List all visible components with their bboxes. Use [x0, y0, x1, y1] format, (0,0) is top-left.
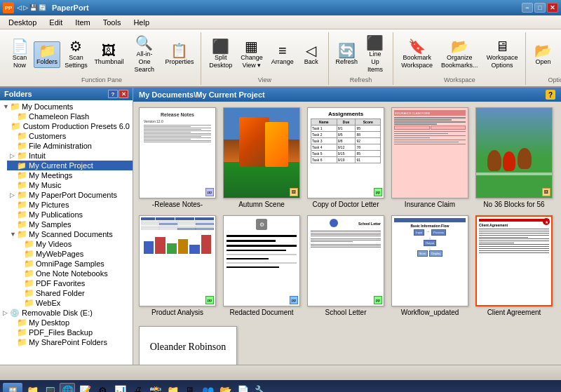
maximize-button[interactable]: □	[534, 3, 546, 13]
tree-item-omnipage[interactable]: 📁 OmniPage Samples	[14, 259, 133, 269]
tree-item-videos[interactable]: 📁 My Videos	[14, 239, 133, 249]
taskbar-word-icon[interactable]: 📝	[77, 383, 93, 392]
line-up-button[interactable]: ⬛ Line UpItems	[362, 34, 389, 75]
tree-item-webpages[interactable]: 📁 MyWebPages	[14, 249, 133, 259]
tree-item-shared[interactable]: 📁 Shared Folder	[14, 288, 133, 298]
taskbar-ftp-icon[interactable]: 📁	[165, 383, 180, 392]
folders-button[interactable]: 📁 Folders	[34, 41, 60, 68]
change-view-button[interactable]: ▦ ChangeView ▾	[237, 37, 266, 72]
refresh-button[interactable]: 🔄 Refresh	[333, 41, 360, 68]
tree-toggle[interactable]: ▼	[10, 231, 17, 238]
tree-item-current-project[interactable]: 📁 My Current Project	[7, 161, 133, 170]
tree-item-pictures[interactable]: 📁 My Pictures	[7, 200, 133, 210]
bookmark-button[interactable]: 🔖 BookmarkWorkspace	[398, 37, 436, 72]
tree-item-customers[interactable]: 📁 Customers	[7, 131, 133, 141]
menu-item[interactable]: Item	[69, 17, 95, 28]
thumbnail-football[interactable]: 🖼 No 36 Blocks for 56	[475, 107, 553, 208]
minimize-button[interactable]: −	[522, 3, 533, 13]
tree-item-scanned-docs[interactable]: ▼ 📁 My Scanned Documents	[7, 229, 133, 239]
folders-close-btn[interactable]: ✕	[119, 90, 128, 98]
drive-icon: 💿	[10, 309, 20, 317]
taskbar-photo-icon[interactable]: 📸	[147, 383, 163, 392]
tree-item-pdf-favorites[interactable]: 📁 PDF Favorites	[14, 278, 133, 288]
folders-question-btn[interactable]: ?	[108, 90, 118, 98]
content-help-button[interactable]: ?	[546, 90, 555, 100]
properties-button[interactable]: 📋 Properties	[163, 41, 197, 68]
desktop-options-button[interactable]: 🖥 DesktopOptions	[557, 37, 561, 72]
arrange-button[interactable]: ≡ Arrange	[268, 41, 297, 68]
thumbnail-release-notes[interactable]: Release Notes Version 12.0	[139, 107, 216, 208]
tree-item-sharepoint[interactable]: 📁 My SharePoint Folders	[7, 337, 133, 347]
taskbar-users-icon[interactable]: 👥	[200, 383, 215, 392]
menu-help[interactable]: Help	[128, 17, 155, 28]
taskbar-print-icon[interactable]: 🖨	[130, 383, 145, 392]
taskbar-browser-icon[interactable]: 🌐	[60, 383, 75, 392]
tree-label: Intuit	[29, 151, 46, 160]
thumbnail-redacted[interactable]: ⚙	[223, 215, 300, 316]
back-button[interactable]: ◁ Back	[299, 41, 324, 68]
menu-tools[interactable]: Tools	[97, 17, 127, 28]
taskbar-files-icon[interactable]: 📁	[25, 383, 40, 392]
tree-item-my-music[interactable]: 📁 My Music	[7, 180, 133, 190]
thumbnail-autumn-scene[interactable]: 🖼 Autumn Scene	[223, 107, 300, 208]
thumb-frame-redacted: ⚙	[223, 215, 300, 306]
tree-label: Shared Folder	[36, 289, 85, 297]
all-in-one-button[interactable]: 🔍 All-in-OneSearch	[128, 34, 161, 75]
tree-item-webex[interactable]: 📁 WebEx	[14, 298, 133, 308]
split-desktop-button[interactable]: ⬛ SplitDesktop	[205, 37, 236, 72]
tree-item-my-meetings[interactable]: 📁 My Meetings	[7, 170, 133, 180]
tree-item-removable-disk[interactable]: ▷ 💿 Removable Disk (E:)	[0, 308, 133, 318]
thumbnail-product-label: Product Analysis	[151, 309, 203, 316]
folders-tree: ▼ 📁 My Documents 📁 Chameleon Flash 📁 Cus…	[0, 100, 133, 365]
taskbar-settings-icon[interactable]: ⚙	[95, 383, 110, 392]
taskbar-excel-icon[interactable]: 📊	[112, 383, 128, 392]
tree-item-chameleon[interactable]: 📁 Chameleon Flash	[7, 111, 133, 121]
thumbnail-assignments[interactable]: Assignments NameDueScore Task 19/195 Tas…	[307, 107, 384, 208]
taskbar-computer-icon[interactable]: 💻	[42, 383, 58, 392]
tree-item-custom-presets[interactable]: 📁 Custom Production Presets 6.0	[7, 121, 133, 131]
taskbar-doc-icon[interactable]: 📄	[235, 383, 250, 392]
open-button[interactable]: 📂 Open	[530, 41, 555, 68]
scan-now-button[interactable]: 📄 ScanNow	[7, 37, 32, 72]
folder-icon: 📁	[17, 230, 27, 238]
tree-item-onenote[interactable]: 📁 One Note Notebooks	[14, 269, 133, 278]
quick-save-btn[interactable]: 💾	[29, 4, 37, 11]
tree-item-samples[interactable]: 📁 My Samples	[7, 219, 133, 229]
quick-fwd-btn[interactable]: ▷	[23, 4, 28, 11]
tree-item-my-desktop[interactable]: 📁 My Desktop	[7, 318, 133, 327]
workspace-options-button[interactable]: 🖥 WorkspaceOptions	[483, 37, 522, 72]
tree-item-pdf-backup[interactable]: 📁 PDF_Files Backup	[7, 327, 133, 337]
tree-toggle[interactable]: ▷	[10, 191, 17, 198]
taskbar-monitor-icon[interactable]: 🖥	[182, 383, 198, 392]
back-label: Back	[304, 58, 318, 66]
content-inner[interactable]: Release Notes Version 12.0	[133, 102, 561, 365]
tree-item-paperport-docs[interactable]: ▷ 📁 My PaperPort Documents	[7, 190, 133, 200]
organize-bookmarks-button[interactable]: 📂 OrganizeBookmarks...	[438, 37, 482, 72]
tree-item-publications[interactable]: 📁 My Publications	[7, 210, 133, 219]
thumbnail-workflow[interactable]: Basic Information Flow Input → Process ↓…	[391, 215, 468, 316]
tree-toggle[interactable]: ▷	[10, 152, 17, 159]
thumbnail-school[interactable]: School Letter	[307, 215, 384, 316]
thumbnail-insurance-claim[interactable]: INSURANCE CLAIM FORM	[391, 107, 468, 208]
scan-settings-button[interactable]: ⚙ ScanSettings	[62, 37, 90, 72]
redact-badge: pp	[290, 296, 298, 304]
tree-item-intuit[interactable]: ▷ 📁 Intuit	[7, 151, 133, 161]
tree-toggle[interactable]: ▷	[3, 309, 10, 316]
tree-toggle[interactable]: ▼	[3, 103, 10, 110]
menu-desktop[interactable]: Desktop	[3, 17, 42, 28]
menu-edit[interactable]: Edit	[43, 17, 68, 28]
thumbnail-signature[interactable]: Oleander Robinson BW Signature	[139, 326, 237, 365]
taskbar-tools-icon[interactable]: 🔧	[252, 383, 268, 392]
quick-refresh-btn[interactable]: 🔄	[39, 4, 46, 11]
thumbnail-button[interactable]: 🖼 Thumbnail	[92, 41, 126, 68]
tree-item-file-admin[interactable]: 📁 File Administration	[7, 141, 133, 151]
workspace-icon: 🖥	[495, 39, 509, 53]
thumbnail-product-analysis[interactable]: pp Product Analysis	[139, 215, 216, 316]
taskbar-folder2-icon[interactable]: 📂	[217, 383, 233, 392]
quick-back-btn[interactable]: ◁	[17, 4, 22, 11]
tree-item-my-documents[interactable]: ▼ 📁 My Documents	[0, 102, 133, 111]
close-button[interactable]: ✕	[547, 3, 558, 13]
start-button[interactable]: 🪟	[3, 383, 22, 392]
thumbnail-client[interactable]: Client Agreement	[475, 215, 553, 316]
start-icon: 🪟	[8, 387, 17, 392]
